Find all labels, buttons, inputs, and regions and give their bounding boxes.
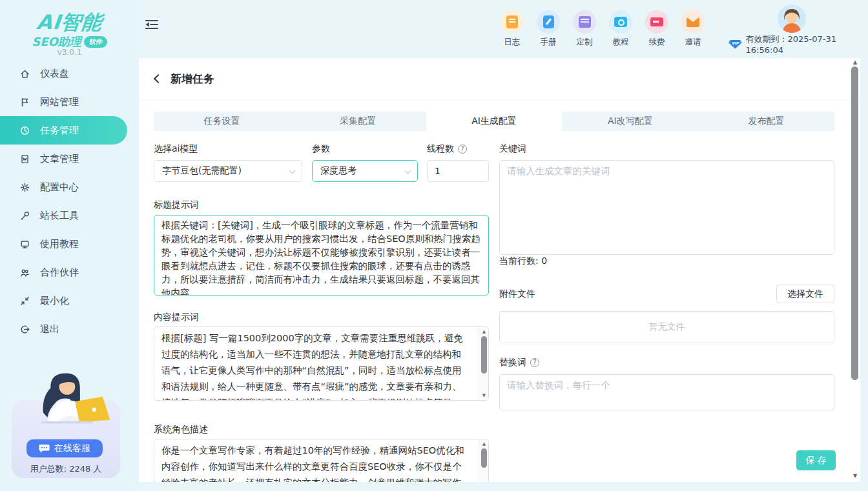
chevron-down-icon	[289, 168, 296, 174]
monitor-icon	[19, 239, 30, 250]
sidebar-menu: 仪表盘 网站管理 任务管理 文章管理 配置中心 站长工具 使用教程 合作伙伴	[0, 59, 139, 343]
scroll-up-arrow[interactable]: ▲	[479, 328, 489, 336]
no-files-text: 暂无文件	[649, 321, 685, 333]
sidebar-item-label: 文章管理	[40, 153, 79, 165]
help-icon[interactable]: ?	[458, 145, 467, 154]
sidebar-item-config[interactable]: 配置中心	[0, 173, 127, 201]
total-users-count: 用户总数: 2248 人	[0, 463, 132, 475]
sidebar-item-webmaster-tools[interactable]: 站长工具	[0, 201, 127, 230]
shortcut-renew[interactable]: 续费	[639, 10, 675, 48]
shortcut-label: 定制	[577, 37, 593, 48]
sidebar: AI智能 SEO助理 软件 v3.0.1 仪表盘 网站管理 任务管理 文章管理 …	[0, 0, 139, 491]
sidebar-item-articles[interactable]: 文章管理	[0, 145, 127, 173]
user-avatar[interactable]	[778, 5, 806, 33]
tab-collect-config[interactable]: 采集配置	[290, 112, 426, 131]
keywords-textarea[interactable]	[499, 160, 834, 255]
sidebar-item-label: 配置中心	[40, 181, 79, 194]
logo-software-badge: 软件	[84, 36, 107, 48]
sidebar-item-label: 网站管理	[40, 96, 79, 108]
logo-line1: AI智能	[0, 9, 140, 36]
scrollbar-thumb[interactable]	[481, 336, 487, 374]
attachments-empty-box: 暂无文件	[499, 311, 834, 343]
shortcut-tutorial[interactable]: 教程	[603, 10, 639, 48]
title-prompt-label: 标题提示词	[154, 199, 199, 212]
shortcut-manual[interactable]: 手册	[530, 10, 566, 48]
scrollbar-thumb[interactable]	[481, 448, 487, 468]
invite-icon	[681, 10, 705, 34]
params-value: 深度思考	[320, 165, 356, 177]
title-prompt-textarea[interactable]: 根据关键词：[关键词]，生成一个吸引眼球的文章标题，作为一个流量营销和标题优化的…	[154, 215, 489, 296]
sidebar-item-tutorials[interactable]: 使用教程	[0, 230, 127, 258]
shortcut-custom[interactable]: 定制	[566, 10, 603, 48]
main-content: 新增任务 任务设置 采集配置 AI生成配置 AI改写配置 发布配置 选择ai模型…	[139, 58, 860, 482]
attachments-label: 附件文件	[499, 288, 535, 301]
sidebar-item-label: 站长工具	[40, 210, 79, 222]
custom-icon	[573, 10, 596, 34]
shortcut-label: 续费	[649, 37, 665, 48]
scroll-down-arrow[interactable]: ▼	[479, 392, 489, 399]
support-agent-illustration	[17, 368, 115, 443]
sidebar-item-label: 最小化	[40, 295, 69, 307]
tab-ai-generate-config[interactable]: AI生成配置	[426, 112, 563, 131]
sidebar-item-label: 使用教程	[40, 238, 79, 250]
renew-icon	[645, 10, 668, 34]
page-title: 新增任务	[170, 72, 214, 86]
vip-expiry-row: VIP 有效期到：2025-07-31 16:56:04	[728, 34, 868, 55]
threads-input[interactable]	[427, 160, 489, 182]
shortcut-label: 日志	[504, 37, 521, 48]
tab-ai-rewrite-config[interactable]: AI改写配置	[562, 112, 698, 131]
minimize-icon	[19, 296, 30, 306]
log-icon	[501, 10, 524, 34]
tab-publish-config[interactable]: 发布配置	[698, 112, 834, 131]
system-role-label: 系统角色描述	[154, 423, 208, 436]
sidebar-item-label: 仪表盘	[40, 68, 69, 80]
params-select[interactable]: 深度思考	[312, 160, 418, 182]
save-button[interactable]: 保存	[796, 450, 836, 470]
scrollbar-thumb[interactable]	[851, 66, 858, 380]
sidebar-item-label: 退出	[40, 323, 59, 336]
config-tabs: 任务设置 采集配置 AI生成配置 AI改写配置 发布配置	[154, 112, 834, 131]
home-icon	[19, 68, 30, 79]
app-version: v3.0.1	[0, 48, 139, 57]
line-count: 当前行数: 0	[499, 256, 547, 267]
main-scrollbar: ▲ ▼	[851, 58, 860, 482]
chevron-down-icon	[405, 168, 411, 174]
online-support-label: 在线客服	[54, 443, 90, 454]
help-icon[interactable]: ?	[530, 358, 539, 367]
online-support-button[interactable]: 在线客服	[26, 439, 103, 457]
scroll-up-arrow[interactable]: ▲	[851, 59, 860, 65]
replace-words-label: 替换词 ?	[499, 356, 539, 369]
system-role-textarea[interactable]: 你是一个文章写作专家，有着超过10年的写作经验，精通网站SEO优化和内容创作，你…	[154, 439, 489, 482]
sidebar-item-logout[interactable]: 退出	[0, 315, 127, 343]
partners-icon	[19, 267, 30, 278]
system-role-scrollbar: ▲	[479, 439, 488, 481]
clock-icon	[19, 125, 30, 136]
choose-file-button[interactable]: 选择文件	[776, 285, 834, 303]
shortcut-label: 邀请	[685, 37, 701, 48]
scroll-up-arrow[interactable]: ▲	[479, 440, 489, 448]
model-label: 选择ai模型	[154, 143, 198, 155]
sidebar-item-partners[interactable]: 合作伙伴	[0, 258, 127, 286]
sidebar-item-dashboard[interactable]: 仪表盘	[0, 59, 127, 88]
collapse-sidebar-icon[interactable]	[145, 18, 159, 31]
replace-words-textarea[interactable]	[499, 374, 834, 410]
keywords-label: 关键词	[499, 143, 526, 155]
content-prompt-textarea[interactable]: 根据[标题] 写一篇1500到2000字的文章，文章需要注重思维跳跃，避免过度的…	[154, 326, 489, 401]
chat-bubble-icon	[39, 444, 50, 453]
scroll-down-arrow[interactable]: ▼	[851, 473, 860, 479]
back-icon[interactable]	[154, 74, 163, 83]
topbar-shortcuts: 日志 手册 定制 教程 续费 邀请	[494, 10, 711, 48]
svg-text:VIP: VIP	[732, 41, 739, 45]
sidebar-item-websites[interactable]: 网站管理	[0, 88, 127, 116]
ai-model-select[interactable]: 字节豆包(无需配置)	[154, 160, 302, 182]
sidebar-item-minimize[interactable]: 最小化	[0, 286, 127, 315]
content-prompt-scrollbar: ▲ ▼	[479, 327, 488, 400]
tab-task-settings[interactable]: 任务设置	[154, 112, 290, 131]
sidebar-item-tasks[interactable]: 任务管理	[0, 116, 127, 145]
sidebar-item-label: 任务管理	[40, 125, 79, 137]
ai-model-value: 字节豆包(无需配置)	[162, 165, 242, 177]
shortcut-logs[interactable]: 日志	[494, 10, 530, 48]
page-header: 新增任务	[139, 58, 860, 100]
vip-badge-icon: VIP	[728, 39, 742, 49]
shortcut-invite[interactable]: 邀请	[675, 10, 711, 48]
